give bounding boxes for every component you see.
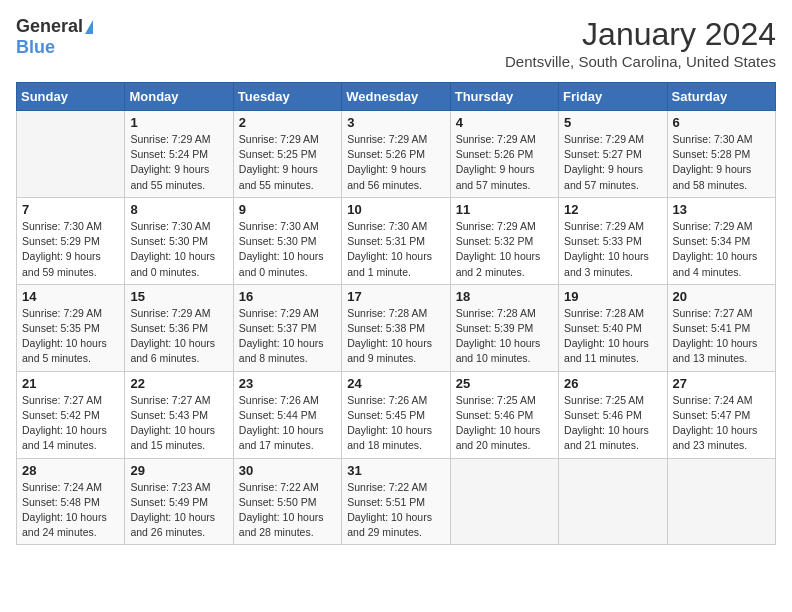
day-cell: 22Sunrise: 7:27 AMSunset: 5:43 PMDayligh… [125,371,233,458]
day-cell: 2Sunrise: 7:29 AMSunset: 5:25 PMDaylight… [233,111,341,198]
day-cell: 8Sunrise: 7:30 AMSunset: 5:30 PMDaylight… [125,197,233,284]
day-cell: 21Sunrise: 7:27 AMSunset: 5:42 PMDayligh… [17,371,125,458]
day-info: Sunrise: 7:29 AMSunset: 5:35 PMDaylight:… [22,306,119,367]
day-number: 23 [239,376,336,391]
day-cell: 15Sunrise: 7:29 AMSunset: 5:36 PMDayligh… [125,284,233,371]
day-number: 19 [564,289,661,304]
day-number: 13 [673,202,770,217]
day-number: 5 [564,115,661,130]
day-cell: 19Sunrise: 7:28 AMSunset: 5:40 PMDayligh… [559,284,667,371]
day-cell: 29Sunrise: 7:23 AMSunset: 5:49 PMDayligh… [125,458,233,545]
day-number: 6 [673,115,770,130]
weekday-header-wednesday: Wednesday [342,83,450,111]
day-cell: 30Sunrise: 7:22 AMSunset: 5:50 PMDayligh… [233,458,341,545]
day-cell: 28Sunrise: 7:24 AMSunset: 5:48 PMDayligh… [17,458,125,545]
logo-icon [85,20,93,34]
day-cell: 9Sunrise: 7:30 AMSunset: 5:30 PMDaylight… [233,197,341,284]
day-number: 10 [347,202,444,217]
day-cell: 31Sunrise: 7:22 AMSunset: 5:51 PMDayligh… [342,458,450,545]
weekday-header-thursday: Thursday [450,83,558,111]
day-number: 3 [347,115,444,130]
day-cell [559,458,667,545]
day-info: Sunrise: 7:24 AMSunset: 5:47 PMDaylight:… [673,393,770,454]
day-info: Sunrise: 7:29 AMSunset: 5:33 PMDaylight:… [564,219,661,280]
day-info: Sunrise: 7:29 AMSunset: 5:26 PMDaylight:… [347,132,444,193]
day-info: Sunrise: 7:27 AMSunset: 5:41 PMDaylight:… [673,306,770,367]
week-row-4: 21Sunrise: 7:27 AMSunset: 5:42 PMDayligh… [17,371,776,458]
day-info: Sunrise: 7:25 AMSunset: 5:46 PMDaylight:… [456,393,553,454]
day-info: Sunrise: 7:30 AMSunset: 5:29 PMDaylight:… [22,219,119,280]
day-cell: 13Sunrise: 7:29 AMSunset: 5:34 PMDayligh… [667,197,775,284]
day-info: Sunrise: 7:23 AMSunset: 5:49 PMDaylight:… [130,480,227,541]
day-info: Sunrise: 7:28 AMSunset: 5:39 PMDaylight:… [456,306,553,367]
day-number: 31 [347,463,444,478]
week-row-5: 28Sunrise: 7:24 AMSunset: 5:48 PMDayligh… [17,458,776,545]
day-cell: 25Sunrise: 7:25 AMSunset: 5:46 PMDayligh… [450,371,558,458]
weekday-header-tuesday: Tuesday [233,83,341,111]
day-info: Sunrise: 7:29 AMSunset: 5:24 PMDaylight:… [130,132,227,193]
day-cell: 24Sunrise: 7:26 AMSunset: 5:45 PMDayligh… [342,371,450,458]
day-cell: 3Sunrise: 7:29 AMSunset: 5:26 PMDaylight… [342,111,450,198]
calendar-body: 1Sunrise: 7:29 AMSunset: 5:24 PMDaylight… [17,111,776,545]
day-cell: 27Sunrise: 7:24 AMSunset: 5:47 PMDayligh… [667,371,775,458]
day-cell: 16Sunrise: 7:29 AMSunset: 5:37 PMDayligh… [233,284,341,371]
calendar-header: SundayMondayTuesdayWednesdayThursdayFrid… [17,83,776,111]
day-cell: 11Sunrise: 7:29 AMSunset: 5:32 PMDayligh… [450,197,558,284]
day-info: Sunrise: 7:28 AMSunset: 5:40 PMDaylight:… [564,306,661,367]
day-cell: 26Sunrise: 7:25 AMSunset: 5:46 PMDayligh… [559,371,667,458]
weekday-header-friday: Friday [559,83,667,111]
day-cell: 4Sunrise: 7:29 AMSunset: 5:26 PMDaylight… [450,111,558,198]
day-cell: 20Sunrise: 7:27 AMSunset: 5:41 PMDayligh… [667,284,775,371]
day-number: 18 [456,289,553,304]
day-number: 21 [22,376,119,391]
week-row-3: 14Sunrise: 7:29 AMSunset: 5:35 PMDayligh… [17,284,776,371]
day-number: 16 [239,289,336,304]
day-info: Sunrise: 7:27 AMSunset: 5:42 PMDaylight:… [22,393,119,454]
day-info: Sunrise: 7:30 AMSunset: 5:30 PMDaylight:… [239,219,336,280]
day-cell: 12Sunrise: 7:29 AMSunset: 5:33 PMDayligh… [559,197,667,284]
day-cell: 1Sunrise: 7:29 AMSunset: 5:24 PMDaylight… [125,111,233,198]
day-cell: 23Sunrise: 7:26 AMSunset: 5:44 PMDayligh… [233,371,341,458]
day-number: 25 [456,376,553,391]
day-cell: 18Sunrise: 7:28 AMSunset: 5:39 PMDayligh… [450,284,558,371]
location: Dentsville, South Carolina, United State… [505,53,776,70]
day-number: 15 [130,289,227,304]
day-number: 9 [239,202,336,217]
day-cell: 14Sunrise: 7:29 AMSunset: 5:35 PMDayligh… [17,284,125,371]
title-area: January 2024 Dentsville, South Carolina,… [505,16,776,70]
day-info: Sunrise: 7:22 AMSunset: 5:50 PMDaylight:… [239,480,336,541]
day-info: Sunrise: 7:22 AMSunset: 5:51 PMDaylight:… [347,480,444,541]
day-info: Sunrise: 7:30 AMSunset: 5:31 PMDaylight:… [347,219,444,280]
day-info: Sunrise: 7:28 AMSunset: 5:38 PMDaylight:… [347,306,444,367]
day-info: Sunrise: 7:30 AMSunset: 5:28 PMDaylight:… [673,132,770,193]
day-number: 1 [130,115,227,130]
day-info: Sunrise: 7:27 AMSunset: 5:43 PMDaylight:… [130,393,227,454]
day-number: 17 [347,289,444,304]
weekday-header-saturday: Saturday [667,83,775,111]
day-cell [667,458,775,545]
day-info: Sunrise: 7:26 AMSunset: 5:45 PMDaylight:… [347,393,444,454]
day-number: 24 [347,376,444,391]
day-number: 14 [22,289,119,304]
logo: General Blue [16,16,93,58]
logo-general-text: General [16,16,83,37]
day-number: 20 [673,289,770,304]
logo-blue-text: Blue [16,37,55,58]
day-info: Sunrise: 7:26 AMSunset: 5:44 PMDaylight:… [239,393,336,454]
day-info: Sunrise: 7:29 AMSunset: 5:27 PMDaylight:… [564,132,661,193]
day-cell [17,111,125,198]
week-row-2: 7Sunrise: 7:30 AMSunset: 5:29 PMDaylight… [17,197,776,284]
day-info: Sunrise: 7:29 AMSunset: 5:34 PMDaylight:… [673,219,770,280]
day-number: 11 [456,202,553,217]
day-cell: 5Sunrise: 7:29 AMSunset: 5:27 PMDaylight… [559,111,667,198]
calendar: SundayMondayTuesdayWednesdayThursdayFrid… [16,82,776,545]
day-info: Sunrise: 7:30 AMSunset: 5:30 PMDaylight:… [130,219,227,280]
day-number: 30 [239,463,336,478]
day-cell: 17Sunrise: 7:28 AMSunset: 5:38 PMDayligh… [342,284,450,371]
header: General Blue January 2024 Dentsville, So… [16,16,776,70]
week-row-1: 1Sunrise: 7:29 AMSunset: 5:24 PMDaylight… [17,111,776,198]
weekday-header-monday: Monday [125,83,233,111]
day-cell: 7Sunrise: 7:30 AMSunset: 5:29 PMDaylight… [17,197,125,284]
day-info: Sunrise: 7:29 AMSunset: 5:37 PMDaylight:… [239,306,336,367]
day-number: 26 [564,376,661,391]
